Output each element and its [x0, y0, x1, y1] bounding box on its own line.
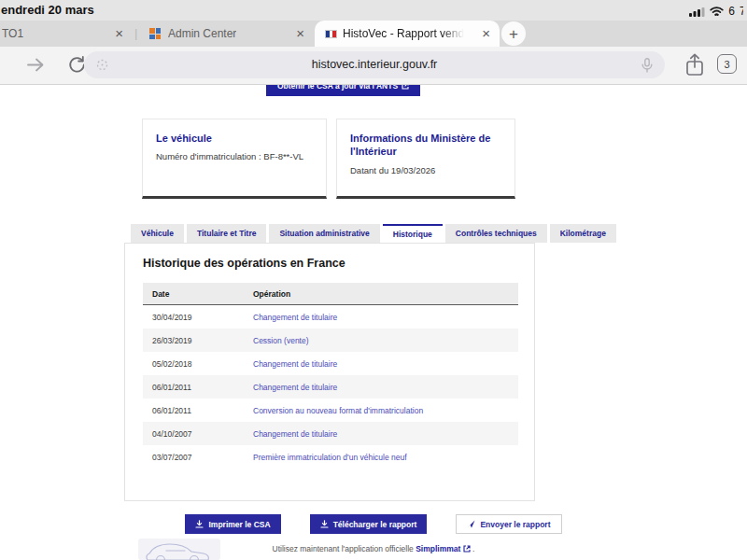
microphone-icon[interactable]: [641, 58, 653, 73]
external-link-icon: [402, 85, 409, 90]
column-header-date: Date: [143, 283, 244, 305]
obtain-csa-button[interactable]: Obtenir le CSA à jour via l'ANTS: [266, 85, 420, 96]
download-icon: [320, 520, 329, 528]
tab-titulaire-et-titre[interactable]: Titulaire et Titre: [187, 224, 266, 243]
operations-table: Date Opération 30/04/2019 Changement de …: [143, 283, 518, 469]
card-title: Le véhicule: [156, 132, 313, 145]
table-row: 26/03/2019 Cession (vente): [143, 329, 518, 352]
close-icon[interactable]: ×: [115, 26, 123, 40]
url-text: histovec.interieur.gouv.fr: [84, 58, 665, 71]
table-row: 30/04/2019 Changement de titulaire: [143, 305, 518, 329]
status-bar: endredi 20 mars 6 7: [0, 0, 747, 21]
browser-tab-1[interactable]: TO1 ×: [0, 21, 131, 47]
new-tab-button[interactable]: +: [501, 21, 526, 46]
tab-overview-button[interactable]: 3: [717, 54, 737, 74]
battery-percent-clipped: 7: [740, 5, 743, 18]
admin-center-favicon: [149, 28, 161, 39]
report-tabs: Véhicule Titulaire et Titre Situation ad…: [131, 224, 616, 243]
close-icon[interactable]: ×: [296, 26, 304, 40]
tab-title: Admin Center: [168, 27, 236, 40]
report-actions: Imprimer le CSA Télécharger le rapport E…: [0, 514, 747, 534]
browser-tab-bar: TO1 × | Admin Center × HistoVec - Rappor…: [0, 21, 747, 47]
table-row: 05/02/2018 Changement de titulaire: [143, 352, 518, 375]
print-csa-button[interactable]: Imprimer le CSA: [185, 514, 280, 534]
download-report-button[interactable]: Télécharger le rapport: [310, 514, 428, 534]
tab-count: 3: [724, 59, 729, 70]
tab-title: HistoVec - Rapport vend: [343, 27, 464, 40]
status-date: endredi 20 mars: [1, 3, 94, 17]
csa-button-clipped: Obtenir le CSA à jour via l'ANTS: [266, 85, 420, 96]
plus-icon: +: [509, 26, 518, 42]
tab-vehicule[interactable]: Véhicule: [131, 224, 184, 243]
forward-icon[interactable]: [26, 57, 45, 73]
tab-separator: |: [134, 26, 137, 40]
table-header-row: Date Opération: [143, 283, 518, 305]
report-date: Datant du 19/03/2026: [350, 165, 501, 175]
section-title: Historique des opérations en France: [143, 257, 345, 270]
table-row: 03/07/2007 Première immatriculation d'un…: [143, 445, 518, 469]
french-flag-favicon: [325, 30, 337, 38]
historique-panel: Historique des opérations en France Date…: [124, 243, 535, 501]
cellular-signal-icon: [689, 7, 705, 17]
vehicle-card: Le véhicule Numéro d'immatriculation : B…: [142, 119, 327, 199]
address-bar[interactable]: histovec.interieur.gouv.fr: [84, 51, 665, 78]
table-row: 06/01/2011 Changement de titulaire: [143, 375, 518, 399]
status-indicators: 6 7: [689, 5, 743, 18]
browser-toolbar: histovec.interieur.gouv.fr 3: [0, 47, 747, 85]
download-icon: [195, 520, 204, 528]
wifi-icon: [710, 7, 724, 17]
browser-tab-active[interactable]: HistoVec - Rapport vend ×: [315, 21, 500, 47]
external-link-icon: [463, 545, 471, 553]
table-row: 06/01/2011 Conversion au nouveau format …: [143, 399, 518, 422]
close-icon[interactable]: ×: [482, 26, 490, 40]
send-icon: [467, 520, 475, 528]
screen: endredi 20 mars 6 7: [0, 0, 747, 560]
simplimmat-link[interactable]: Simplimmat: [416, 544, 460, 553]
ministry-card: Informations du Ministère de l'Intérieur…: [336, 119, 515, 199]
send-report-button[interactable]: Envoyer le rapport: [456, 514, 561, 534]
battery-percent: 6: [728, 5, 735, 18]
tab-title: TO1: [2, 27, 23, 40]
share-icon[interactable]: [684, 53, 705, 77]
column-header-operation: Opération: [244, 283, 518, 305]
footer-note: Utilisez maintenant l'application offici…: [0, 544, 747, 553]
browser-tab-2[interactable]: Admin Center ×: [140, 21, 310, 47]
csa-button-label: Obtenir le CSA à jour via l'ANTS: [277, 85, 398, 91]
tab-kilometrage[interactable]: Kilométrage: [550, 224, 616, 243]
tab-historique[interactable]: Historique: [383, 224, 443, 243]
card-title: Informations du Ministère de l'Intérieur: [350, 132, 501, 159]
tab-situation-administrative[interactable]: Situation administrative: [269, 224, 379, 243]
table-row: 04/10/2007 Changement de titulaire: [143, 422, 518, 445]
histovec-page: Obtenir le CSA à jour via l'ANTS Le véhi…: [0, 85, 747, 560]
registration-number: Numéro d'immatriculation : BF-8**-VL: [156, 151, 313, 161]
tab-controles-techniques[interactable]: Contrôles techniques: [445, 224, 547, 243]
